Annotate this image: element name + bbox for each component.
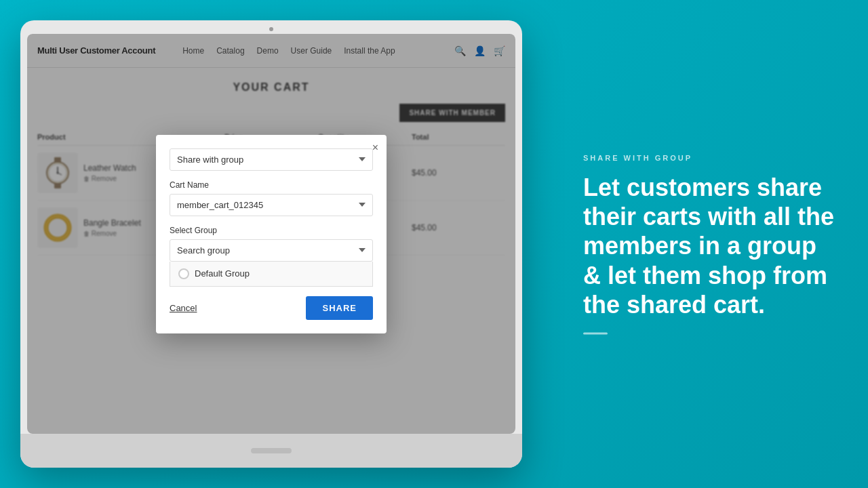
select-group-label: Select Group <box>170 226 373 235</box>
share-group-modal: × Share with group Search group Cart Nam… <box>156 135 387 333</box>
laptop-screen: Multi User Customer Account Home Catalog… <box>27 34 515 434</box>
panel-title: Let customers share their carts with all… <box>583 173 841 319</box>
camera-dot <box>269 27 273 31</box>
right-panel: SHARE WITH GROUP Let customers share the… <box>583 154 841 335</box>
modal-overlay: × Share with group Search group Cart Nam… <box>27 34 515 434</box>
cart-name-label: Cart Name <box>170 180 373 190</box>
search-group-dropdown[interactable]: Search group <box>170 239 373 262</box>
cancel-button[interactable]: Cancel <box>170 303 197 313</box>
laptop-base <box>20 434 522 468</box>
share-button[interactable]: SHARE <box>306 296 373 320</box>
panel-divider <box>583 332 608 334</box>
default-group-option[interactable]: Default Group <box>178 268 364 279</box>
modal-actions: Cancel SHARE <box>170 296 373 320</box>
panel-subtitle: SHARE WITH GROUP <box>583 154 841 162</box>
modal-close-button[interactable]: × <box>372 142 378 154</box>
default-group-label: Default Group <box>195 268 250 279</box>
laptop-notch <box>251 448 292 453</box>
cart-name-dropdown[interactable]: member_cart_012345 <box>170 194 373 216</box>
store-ui: Multi User Customer Account Home Catalog… <box>27 34 515 434</box>
outer-background: Multi User Customer Account Home Catalog… <box>0 0 868 488</box>
action-dropdown[interactable]: Share with group Search group <box>170 148 373 171</box>
group-options-area: Default Group <box>170 262 373 287</box>
default-group-radio[interactable] <box>178 268 189 279</box>
laptop-frame: Multi User Customer Account Home Catalog… <box>20 20 522 468</box>
